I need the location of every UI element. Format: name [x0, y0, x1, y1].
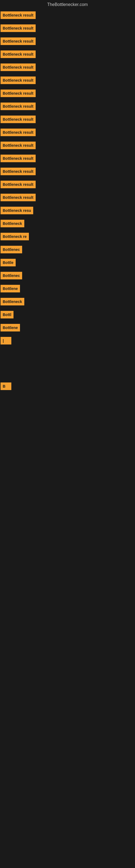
bottleneck-result-badge[interactable]: Bottleneck result — [1, 11, 36, 19]
bottleneck-result-badge[interactable]: Bottleneck result — [1, 37, 36, 45]
bottleneck-result-badge[interactable]: Bottleneck result — [1, 63, 36, 71]
bottleneck-result-badge[interactable]: Bottle — [1, 259, 16, 267]
list-item[interactable]: Bottleneck result — [0, 101, 135, 115]
bottleneck-result-badge[interactable]: Bottleneck result — [1, 194, 36, 201]
site-title: TheBottlenecker.com — [0, 0, 135, 10]
list-item[interactable]: Bottleneck result — [0, 75, 135, 88]
list-item[interactable]: Bottlene — [0, 323, 135, 336]
list-item[interactable]: Bottleneck re — [0, 231, 135, 245]
bottleneck-result-badge[interactable]: Bottleneck resu — [1, 207, 33, 214]
list-item[interactable]: Bottleneck result — [0, 141, 135, 154]
list-item[interactable]: Bottleneck result — [0, 193, 135, 206]
bottleneck-result-badge[interactable]: Bottl — [1, 311, 13, 318]
list-item[interactable]: | — [0, 336, 135, 349]
list-item[interactable] — [0, 365, 135, 373]
list-item[interactable] — [0, 403, 135, 411]
list-item[interactable]: Bottleneck result — [0, 23, 135, 36]
site-title-container: TheBottlenecker.com — [0, 0, 135, 10]
list-item[interactable]: Bottleneck result — [0, 154, 135, 166]
bottleneck-result-badge[interactable]: Bottleneck result — [1, 102, 36, 110]
list-item[interactable]: Bottleneck result — [0, 36, 135, 50]
list-item[interactable]: Bottleneck result — [0, 50, 135, 62]
bottleneck-result-badge[interactable]: Bottlene — [1, 285, 20, 292]
list-item[interactable]: Bottleneck result — [0, 115, 135, 127]
list-item[interactable] — [0, 349, 135, 357]
list-item[interactable]: Bottleneck — [0, 219, 135, 231]
bottleneck-result-badge[interactable]: Bottleneck re — [1, 233, 29, 240]
list-item[interactable]: Bottleneck result — [0, 166, 135, 180]
list-item[interactable]: Bottleneck result — [0, 180, 135, 193]
list-item[interactable]: Bottlenec — [0, 245, 135, 258]
bottleneck-result-badge[interactable]: Bottleneck result — [1, 181, 36, 188]
list-item[interactable]: Bottl — [0, 310, 135, 323]
list-item[interactable] — [0, 411, 135, 419]
list-item[interactable]: Bottlenec — [0, 271, 135, 284]
bottleneck-result-badge[interactable]: Bottleneck result — [1, 24, 36, 32]
bottleneck-result-badge[interactable]: Bottleneck result — [1, 116, 36, 123]
list-item[interactable]: Bottle — [0, 258, 135, 271]
list-item[interactable]: Bottleneck result — [0, 127, 135, 141]
bottleneck-result-badge[interactable]: Bottleneck result — [1, 90, 36, 97]
list-item[interactable] — [0, 419, 135, 427]
list-item[interactable]: Bottleneck — [0, 297, 135, 310]
bottleneck-result-badge[interactable]: | — [1, 337, 11, 344]
list-item[interactable] — [0, 435, 135, 443]
list-item[interactable] — [0, 357, 135, 365]
bottleneck-result-badge[interactable]: Bottleneck result — [1, 129, 36, 136]
bottleneck-result-badge[interactable]: B — [1, 382, 11, 390]
bottleneck-result-badge[interactable]: Bottlenec — [1, 246, 22, 253]
bottleneck-result-badge[interactable]: Bottleneck result — [1, 155, 36, 162]
bottleneck-result-badge[interactable]: Bottleneck — [1, 220, 24, 227]
list-item[interactable]: Bottleneck resu — [0, 206, 135, 219]
bottleneck-result-badge[interactable]: Bottlenec — [1, 272, 22, 279]
list-item[interactable]: Bottlene — [0, 284, 135, 297]
list-item[interactable] — [0, 373, 135, 381]
bottleneck-result-badge[interactable]: Bottleneck result — [1, 142, 36, 149]
bottleneck-result-badge[interactable]: Bottleneck result — [1, 51, 36, 58]
bottleneck-result-badge[interactable]: Bottlene — [1, 324, 20, 332]
list-item[interactable]: Bottleneck result — [0, 62, 135, 75]
list-item[interactable]: Bottleneck result — [0, 88, 135, 101]
list-item[interactable] — [0, 427, 135, 435]
list-item[interactable]: B — [0, 381, 135, 394]
bottleneck-list: Bottleneck resultBottleneck resultBottle… — [0, 10, 135, 443]
list-item[interactable]: Bottleneck result — [0, 10, 135, 23]
list-item[interactable] — [0, 394, 135, 403]
bottleneck-result-badge[interactable]: Bottleneck result — [1, 167, 36, 175]
bottleneck-result-badge[interactable]: Bottleneck result — [1, 76, 36, 84]
bottleneck-result-badge[interactable]: Bottleneck — [1, 298, 24, 305]
